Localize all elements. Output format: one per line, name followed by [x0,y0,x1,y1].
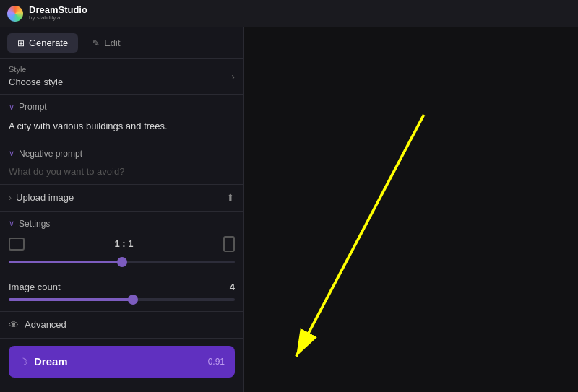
aspect-portrait-icon [223,236,235,252]
prompt-header[interactable]: ∨ Prompt [9,102,235,112]
top-bar: DreamStudio by stability.ai [0,0,578,27]
tab-edit-label: Edit [104,38,120,48]
upload-label: Upload image [16,192,74,203]
image-count-slider-thumb[interactable] [128,295,138,305]
upload-image-row[interactable]: › Upload image ⬆ [0,185,243,212]
tab-generate[interactable]: ⊞ Generate [7,33,78,53]
logo-text: DreamStudio by stability.ai [29,5,87,22]
negative-prompt-header[interactable]: ∨ Negative prompt [9,149,235,159]
image-count-value: 4 [230,282,235,292]
prompt-text[interactable]: A city with various buildings and trees. [9,118,235,134]
settings-section-title: Settings [19,219,50,229]
aspect-slider-thumb[interactable] [117,257,127,267]
dream-moon-icon: ☽ [19,356,28,367]
sidebar: ⊞ Generate ✎ Edit Style Choose style › ∨… [0,27,244,392]
negative-prompt-section-title: Negative prompt [19,149,82,159]
prompt-toggle-icon: ∨ [9,103,14,112]
eye-icon: 👁 [9,319,19,331]
upload-left: › Upload image [9,192,74,203]
settings-header[interactable]: ∨ Settings [9,219,235,229]
style-label: Style [9,65,63,74]
main-layout: ⊞ Generate ✎ Edit Style Choose style › ∨… [0,27,578,392]
logo-icon [7,6,23,22]
tab-generate-label: Generate [29,38,68,48]
settings-section: ∨ Settings 1 : 1 [0,212,243,274]
logo-area: DreamStudio by stability.ai [7,5,87,22]
aspect-ratio-row: 1 : 1 [9,236,235,252]
advanced-row[interactable]: 👁 Advanced [0,312,243,339]
negative-prompt-toggle-icon: ∨ [9,149,14,158]
dream-button[interactable]: ☽ Dream 0.91 [9,346,235,378]
image-count-slider[interactable] [9,298,235,301]
advanced-label: Advanced [25,319,66,330]
style-content: Style Choose style [9,65,63,88]
style-chevron-icon: › [231,71,235,82]
prompt-section-title: Prompt [19,102,47,112]
negative-prompt-placeholder[interactable]: What do you want to avoid? [9,165,235,177]
edit-tab-icon: ✎ [92,38,100,48]
dream-credits-value: 0.91 [208,357,225,367]
arrow-annotation [244,27,578,392]
aspect-ratio-value: 1 : 1 [114,238,133,249]
dream-button-left: ☽ Dream [19,355,68,367]
upload-chevron-icon: › [9,193,12,203]
image-count-row: Image count 4 [9,282,235,292]
style-value: Choose style [9,77,63,87]
aspect-slider[interactable] [9,261,235,263]
negative-prompt-section: ∨ Negative prompt What do you want to av… [0,141,243,185]
image-count-slider-fill [9,298,133,301]
svg-line-1 [296,115,424,357]
aspect-slider-fill [9,261,122,263]
app-title: DreamStudio [29,5,87,15]
dream-button-label: Dream [34,355,68,367]
image-count-label: Image count [9,282,61,292]
image-count-slider-track [9,298,235,301]
right-area [244,27,578,392]
tab-bar: ⊞ Generate ✎ Edit [0,27,243,59]
aspect-slider-track [9,261,235,263]
prompt-section: ∨ Prompt A city with various buildings a… [0,95,243,141]
upload-action-icon[interactable]: ⬆ [226,192,235,204]
app-subtitle: by stability.ai [29,15,87,22]
settings-toggle-icon: ∨ [9,219,14,228]
image-count-section: Image count 4 [0,274,243,312]
aspect-landscape-icon [9,238,25,251]
style-row[interactable]: Style Choose style › [0,59,243,95]
generate-tab-icon: ⊞ [17,38,25,48]
tab-edit[interactable]: ✎ Edit [82,33,130,53]
